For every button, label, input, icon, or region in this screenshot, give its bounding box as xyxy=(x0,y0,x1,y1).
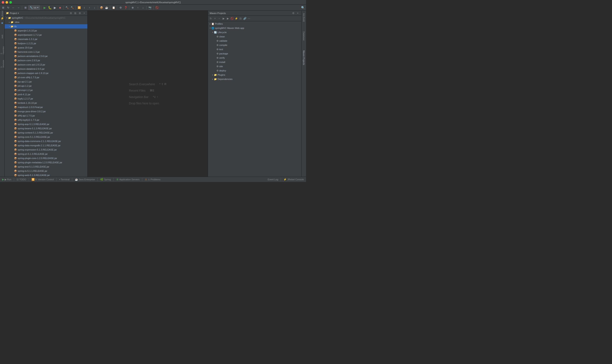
settings-btn[interactable]: ⚙ xyxy=(118,5,123,10)
sidebar-tab-structure[interactable]: 3: Structure xyxy=(0,62,4,66)
deploy-btn[interactable]: 📦 xyxy=(99,5,104,10)
status-app-servers[interactable]: 🖥 Application Servers xyxy=(115,177,140,182)
tree-jar-spring-core[interactable]: 📦 spring-core-5.1.3.RELEASE.jar xyxy=(5,135,87,139)
jrebel-star-icon[interactable]: ★ xyxy=(0,21,4,25)
project-tree[interactable]: ▾ 📁 springMVC ~/Documents/intelliJ/lixue… xyxy=(5,16,87,177)
vcs3-btn[interactable]: ↑ xyxy=(87,5,92,10)
vcs4-btn[interactable]: ↓ xyxy=(92,5,97,10)
maven-add-btn[interactable]: + xyxy=(213,17,217,20)
tree-jar-jstl-api[interactable]: 📦 jstl-api-1.2.jar xyxy=(5,84,87,88)
vcs2-btn[interactable]: ↕ xyxy=(82,5,87,10)
tree-jar-jackson-core[interactable]: 📦 jackson-core-2.9.5.jar xyxy=(5,58,87,63)
maven-generate-sources-btn[interactable]: ⚡ xyxy=(234,17,238,20)
sidebar-tab-jrebel[interactable]: JRebel xyxy=(0,12,4,16)
sdk-btn[interactable]: ☕ xyxy=(104,5,109,10)
maven-test[interactable]: ⚙ test xyxy=(208,47,301,52)
tree-root[interactable]: ▾ 📁 springMVC ~/Documents/intelliJ/lixue… xyxy=(5,16,87,20)
settings-icon[interactable]: ⚙ xyxy=(69,11,73,15)
upload-btn[interactable]: ↑ xyxy=(135,5,140,10)
tree-jar-spring-aop[interactable]: 📦 spring-aop-5.1.3.RELEASE.jar xyxy=(5,122,87,126)
maven-deploy[interactable]: ⚙ deploy xyxy=(208,68,301,73)
stop-button[interactable]: ■ xyxy=(58,5,62,10)
btn1[interactable]: ⊞ xyxy=(23,5,28,10)
layout-icon[interactable]: ⊞ xyxy=(73,11,77,15)
run-config-selector[interactable]: 🔧 lxk ▾ xyxy=(28,5,40,10)
tab-database[interactable]: Database xyxy=(302,30,305,42)
tab-ant-build[interactable]: Ant Build xyxy=(302,12,305,23)
tree-lib[interactable]: ▾ 📂 lib xyxy=(5,24,87,28)
tree-jar-mapstruct[interactable]: 📦 mapstruct-1.0.0.Final.jar xyxy=(5,105,87,109)
screenshot-btn[interactable]: 📷 xyxy=(148,5,152,10)
tree-jar-spring-beans[interactable]: 📦 spring-beans-5.1.3.RELEASE.jar xyxy=(5,126,87,130)
tree-jar-mongo[interactable]: 📦 mongo-java-driver-3.8.2.jar xyxy=(5,109,87,114)
maximize-button[interactable] xyxy=(9,1,12,4)
tree-jar-spring-plugin-core[interactable]: 📦 spring-plugin-core-1.2.0.RELEASE.jar xyxy=(5,156,87,160)
tree-jar-spring-plugin-meta[interactable]: 📦 spring-plugin-metadata-1.2.0.RELEASE.j… xyxy=(5,160,87,165)
minimize-button[interactable] xyxy=(6,1,8,4)
status-vcs[interactable]: 🔀 9: Version Control xyxy=(31,177,55,182)
maven-springmvc-app[interactable]: ▾ 🌐 springMVC Maven Web app xyxy=(208,26,301,30)
tree-jar-jackson-ann[interactable]: 📦 jackson-annotations-2.9.0.jar xyxy=(5,54,87,58)
tree-jar-lombok[interactable]: 📦 lombok-1.16.10.jar xyxy=(5,101,87,105)
maven-close-icon[interactable]: × xyxy=(296,11,299,15)
tree-jar-spring-data-commons[interactable]: 📦 spring-data-commons-2.1.1.RELEASE.jar xyxy=(5,139,87,143)
maven-install[interactable]: ⚙ install xyxy=(208,60,301,64)
tree-jar-jcl[interactable]: 📦 jcl-over-slf4j-1.7.5.jar xyxy=(5,75,87,79)
tree-jar-jackson-core-asl[interactable]: 📦 jackson-core-asl-1.9.13.jar xyxy=(5,63,87,67)
maven-lifecycle[interactable]: ▾ 🔄 Lifecycle xyxy=(208,30,301,34)
maven-site[interactable]: ⚙ site xyxy=(208,64,301,68)
back-btn[interactable]: ← xyxy=(11,5,16,10)
vcs-btn[interactable]: 🔀 xyxy=(77,5,81,10)
tree-jar-guava[interactable]: 📦 guava-19.0.jar xyxy=(5,46,87,50)
maven-verify[interactable]: ⚙ verify xyxy=(208,56,301,60)
maven-link-btn[interactable]: 🔗 xyxy=(243,17,247,20)
status-event-log[interactable]: Event Log xyxy=(267,177,279,182)
no-btn[interactable]: 🚫 xyxy=(155,5,159,10)
status-run[interactable]: ▶ ▶ Run xyxy=(1,177,12,182)
help-btn[interactable]: ❓ xyxy=(123,5,128,10)
maven-refresh-btn[interactable]: ↻ xyxy=(209,17,213,20)
tree-jar-spring-expression[interactable]: 📦 spring-expression-5.1.3.RELEASE.jar xyxy=(5,148,87,152)
rebuild-btn[interactable]: 🔨 xyxy=(70,5,74,10)
gear-icon[interactable]: ⚙ xyxy=(78,11,82,15)
status-problems[interactable]: ⚠ ⚠ Problems xyxy=(144,177,161,182)
tree-jar-log4j[interactable]: 📦 log4j-1.2.17.jar xyxy=(5,97,87,101)
tree-jar-jackson-databind[interactable]: 📦 jackson-databind-2.9.5.jar xyxy=(5,67,87,71)
tree-jar-jstl-impl[interactable]: 📦 jstl-impl-1.2.jar xyxy=(5,88,87,92)
maven-run-btn[interactable]: ▶ xyxy=(221,17,225,20)
tree-jar-slf4j-api[interactable]: 📦 slf4j-api-1.7.5.jar xyxy=(5,114,87,118)
maven-validate[interactable]: ⚙ validate xyxy=(208,39,301,43)
sidebar-tab-web[interactable]: Web xyxy=(0,34,4,39)
status-jrebel[interactable]: ⚡ JRebel Console xyxy=(283,177,305,182)
global-search-button[interactable]: 🔍 xyxy=(301,6,305,9)
tree-jar-hamcrest[interactable]: 📦 hamcrest-core-1.3.jar xyxy=(5,50,87,54)
maven-dependencies[interactable]: ▸ 📁 Dependencies xyxy=(208,77,301,81)
build-btn[interactable]: 🔨 xyxy=(65,5,69,10)
tree-jar-junit[interactable]: 📦 junit-4.11.jar xyxy=(5,92,87,97)
tree-jar-spring-tx[interactable]: 📦 spring-tx-5.1.1.RELEASE.jar xyxy=(5,169,87,173)
close-panel-icon[interactable]: × xyxy=(82,11,86,15)
maven-more-btn[interactable]: ⋯ xyxy=(247,17,251,20)
debug-button[interactable]: 🐛 xyxy=(47,5,52,10)
tree-idea[interactable]: ▸ 📁 .idea xyxy=(5,20,87,24)
download-btn[interactable]: ↓ xyxy=(141,5,145,10)
tree-jar-fastjson[interactable]: 📦 fastjson-1.2.21.jar xyxy=(5,41,87,46)
forward-btn[interactable]: → xyxy=(16,5,21,10)
tree-jar-spring-jcl[interactable]: 📦 spring-jcl-5.1.3.RELEASE.jar xyxy=(5,152,87,156)
sync-btn[interactable]: ↻ xyxy=(6,5,11,10)
maven-tree[interactable]: ▸ 📋 Profiles ▾ 🌐 springMVC Maven Web app… xyxy=(208,21,301,177)
tree-jar-slf4j-log4j12[interactable]: 📦 slf4j-log4j12-1.7.5.jar xyxy=(5,118,87,122)
maven-collapse-btn[interactable]: ⊟ xyxy=(239,17,242,20)
maven-run-debug-btn[interactable]: ▶ xyxy=(226,17,230,20)
status-terminal[interactable]: ▪ Terminal xyxy=(58,177,70,182)
maven-clean[interactable]: ⚙ clean xyxy=(208,34,301,39)
maven-skip-test-btn[interactable]: 🚫 xyxy=(230,17,234,20)
tree-jar-classmate[interactable]: 📦 classmate-1.3.1.jar xyxy=(5,37,87,41)
tree-jar-aspectjweaver[interactable]: 📦 aspectjweaver-1.7.2.jar xyxy=(5,33,87,37)
status-java-enterprise[interactable]: ☕ Java Enterprise xyxy=(74,177,96,182)
run-with-coverage-btn[interactable]: ▶ xyxy=(52,5,57,10)
tab-maven-projects[interactable]: Maven Projects xyxy=(302,49,305,67)
tree-jar-spring-web[interactable]: 📦 spring-web-5.1.3.RELEASE.jar xyxy=(5,173,87,177)
close-button[interactable] xyxy=(2,1,4,4)
status-spring[interactable]: 🌿 Spring xyxy=(99,177,112,182)
